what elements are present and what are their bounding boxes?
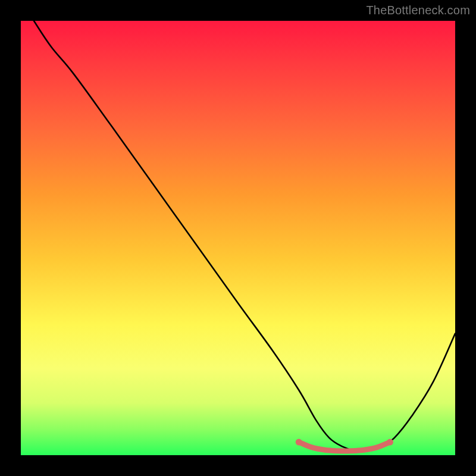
watermark-text: TheBottleneck.com (366, 4, 470, 17)
optimal-band-endpoint (296, 439, 302, 446)
optimal-band (299, 442, 390, 451)
chart-frame: TheBottleneck.com (0, 0, 476, 476)
optimal-band-endpoint (387, 439, 393, 446)
plot-area (21, 21, 455, 455)
bottleneck-curve (34, 21, 455, 452)
chart-svg (21, 21, 455, 455)
